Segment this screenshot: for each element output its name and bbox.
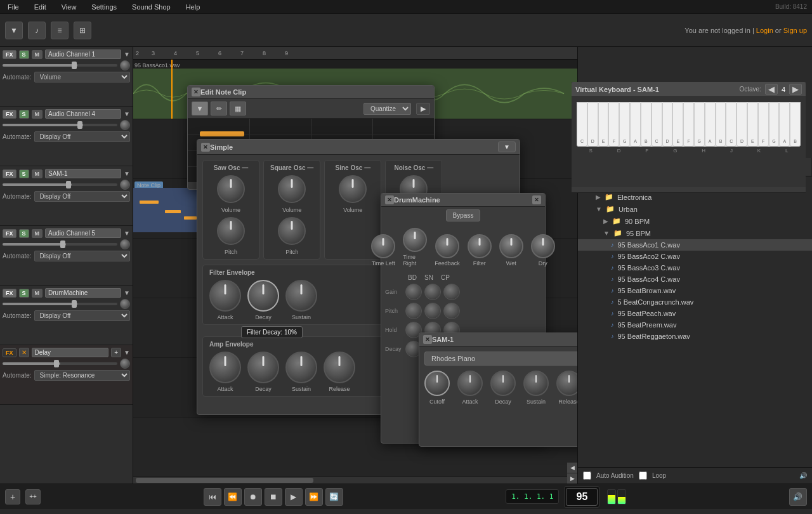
track-sam1-s-btn[interactable]: S bbox=[19, 169, 29, 178]
track-delay-automate-select[interactable]: Simple: Resonance bbox=[34, 370, 130, 381]
key-c4[interactable]: C bbox=[652, 102, 662, 147]
transport-record-btn[interactable]: ⏺ bbox=[244, 488, 262, 506]
filter-decay-knob[interactable] bbox=[247, 280, 279, 312]
track-5-volume-slider[interactable] bbox=[3, 243, 117, 246]
track-sam1-fx-btn[interactable]: FX bbox=[3, 169, 16, 178]
key-b3[interactable]: B bbox=[641, 102, 652, 147]
key-g5[interactable]: G bbox=[769, 102, 780, 147]
track-5-arrow[interactable]: ▼ bbox=[124, 230, 130, 237]
filter-sustain-knob[interactable] bbox=[285, 280, 317, 312]
key-a3[interactable]: A bbox=[630, 102, 641, 147]
tree-item-congacrunch[interactable]: ♪ 5 BeatCongacrunch.wav bbox=[578, 296, 812, 308]
track-4-arrow[interactable]: ▼ bbox=[124, 110, 130, 117]
tree-item-urban[interactable]: ▼ 📁 Urban bbox=[578, 203, 812, 215]
edit-note-clip-title-bar[interactable]: ✕ Edit Note Clip bbox=[188, 86, 434, 99]
sine-volume-knob[interactable] bbox=[339, 175, 367, 203]
sam1-sustain-knob[interactable] bbox=[523, 371, 549, 396]
sam1-title-bar[interactable]: ✕ SAM-1 bbox=[419, 333, 577, 346]
transport-backward-btn[interactable]: ⏪ bbox=[224, 488, 242, 506]
select-tool[interactable]: ▼ bbox=[5, 22, 23, 39]
key-b5[interactable]: B bbox=[790, 102, 801, 147]
tree-item-90bpm[interactable]: ▶ 📁 90 BPM bbox=[578, 215, 812, 227]
bpm-display[interactable]: 95 bbox=[566, 488, 598, 506]
key-f5[interactable]: F bbox=[758, 102, 769, 147]
menu-view[interactable]: View bbox=[59, 2, 79, 12]
saw-pitch-knob[interactable] bbox=[217, 217, 245, 245]
amp-attack-knob[interactable] bbox=[209, 352, 241, 383]
auto-audition-checkbox[interactable] bbox=[583, 471, 591, 480]
key-g3[interactable]: G bbox=[619, 102, 630, 147]
key-b4[interactable]: B bbox=[716, 102, 726, 147]
add-track-btn[interactable]: + bbox=[5, 489, 20, 504]
transport-play-btn[interactable]: ▶ bbox=[285, 488, 303, 506]
track-1-automate-select[interactable]: Volume bbox=[34, 72, 130, 82]
key-d5[interactable]: D bbox=[737, 102, 747, 147]
sam1-attack-knob[interactable] bbox=[457, 371, 483, 396]
track-5-pan-knob[interactable] bbox=[120, 239, 130, 249]
sn-pitch-knob[interactable] bbox=[424, 303, 441, 319]
sam1-release-knob[interactable] bbox=[556, 371, 577, 396]
track-drum-s-btn[interactable]: S bbox=[19, 289, 29, 298]
menu-settings[interactable]: Settings bbox=[89, 2, 119, 12]
play-clip-btn[interactable]: ▶ bbox=[416, 103, 430, 115]
square-pitch-knob[interactable] bbox=[278, 217, 306, 245]
track-drum-automate-select[interactable]: Display Off bbox=[34, 310, 130, 321]
transport-stop-btn[interactable]: ⏹ bbox=[265, 488, 282, 506]
tree-item-bassaco3[interactable]: ♪ 95 BassAco3 C.wav bbox=[578, 262, 812, 273]
pencil-tool[interactable]: ♪ bbox=[28, 22, 46, 39]
dry-knob[interactable] bbox=[531, 234, 555, 258]
sam1-close[interactable]: ✕ bbox=[423, 335, 432, 344]
transport-loop-btn[interactable]: 🔄 bbox=[325, 488, 343, 506]
key-c5[interactable]: C bbox=[726, 102, 737, 147]
cp-pitch-knob[interactable] bbox=[443, 303, 460, 319]
key-d4[interactable]: D bbox=[662, 102, 673, 147]
track-4-volume-slider[interactable] bbox=[3, 124, 117, 126]
track-drum-volume-slider[interactable] bbox=[3, 303, 117, 305]
track-sam1-arrow[interactable]: ▼ bbox=[124, 170, 130, 177]
h-scroll-thumb[interactable] bbox=[136, 478, 313, 483]
volume-icon[interactable]: 🔊 bbox=[799, 472, 807, 479]
drum-machine-title-bar[interactable]: ✕ DrumMachine ✕ bbox=[381, 194, 545, 207]
wet-knob[interactable] bbox=[499, 234, 523, 258]
tree-item-bassaco2[interactable]: ♪ 95 BassAco2 C.wav bbox=[578, 251, 812, 262]
amp-decay-knob[interactable] bbox=[247, 352, 279, 383]
square-volume-knob[interactable] bbox=[278, 175, 306, 203]
drum-machine-inner-close[interactable]: ✕ bbox=[532, 195, 541, 204]
note-block-1[interactable] bbox=[200, 131, 244, 136]
track-sam1-volume-slider[interactable] bbox=[3, 183, 117, 186]
transport-forward-btn[interactable]: ⏩ bbox=[305, 488, 323, 506]
h-scrollbar[interactable] bbox=[133, 476, 577, 484]
simple-synth-title-bar[interactable]: ✕ Simple ▼ bbox=[197, 140, 520, 155]
key-e3[interactable]: E bbox=[598, 102, 609, 147]
track-delay-fx-btn[interactable]: FX bbox=[3, 348, 16, 357]
quantize-select[interactable]: Quantize bbox=[363, 103, 411, 115]
track-4-fx-btn[interactable]: FX bbox=[3, 110, 16, 119]
tree-item-beatreggaeton[interactable]: ♪ 95 BeatReggaeton.wav bbox=[578, 331, 812, 342]
loop-checkbox[interactable] bbox=[639, 471, 647, 480]
track-delay-arrow[interactable]: ▼ bbox=[124, 349, 130, 356]
feedback-knob[interactable] bbox=[435, 234, 459, 258]
bypass-btn[interactable]: Bypass bbox=[446, 209, 481, 221]
key-c3[interactable]: C bbox=[577, 102, 587, 147]
track-4-s-btn[interactable]: S bbox=[19, 110, 29, 119]
cp-gain-knob[interactable] bbox=[443, 284, 460, 300]
track-1-pan-knob[interactable] bbox=[120, 60, 130, 70]
track-5-fx-btn[interactable]: FX bbox=[3, 229, 16, 238]
transport-rewind-btn[interactable]: ⏮ bbox=[204, 488, 221, 506]
track-sam1-m-btn[interactable]: M bbox=[32, 169, 43, 178]
bd-pitch-knob[interactable] bbox=[405, 303, 422, 319]
key-e4[interactable]: E bbox=[672, 102, 683, 147]
octave-up-btn[interactable]: ▶ bbox=[789, 84, 802, 95]
filter-attack-knob[interactable] bbox=[209, 280, 241, 312]
pencil-edit-tool[interactable]: ✏ bbox=[211, 102, 227, 115]
login-link[interactable]: Login bbox=[756, 27, 773, 34]
track-1-s-btn[interactable]: S bbox=[19, 50, 29, 59]
track-sam1-pan-knob[interactable] bbox=[120, 180, 130, 190]
sn-gain-knob[interactable] bbox=[424, 284, 441, 300]
grid-tool[interactable]: ⊞ bbox=[74, 22, 91, 39]
vk-title-bar[interactable]: Virtual Keyboard - SAM-1 Octave: ◀ 4 ▶ bbox=[572, 82, 806, 97]
edit-note-clip-close[interactable]: ✕ bbox=[192, 88, 200, 96]
menu-sound-shop[interactable]: Sound Shop bbox=[129, 2, 173, 12]
filter-knob[interactable] bbox=[468, 234, 492, 258]
track-1-arrow[interactable]: ▼ bbox=[124, 51, 130, 58]
